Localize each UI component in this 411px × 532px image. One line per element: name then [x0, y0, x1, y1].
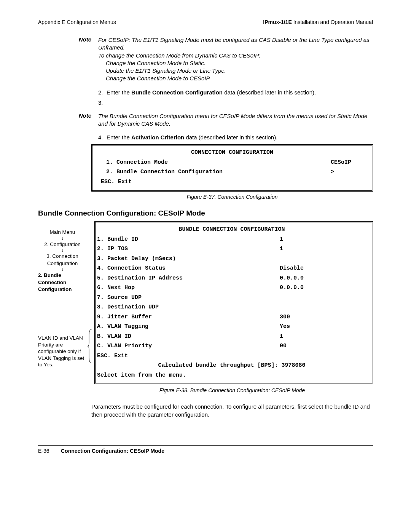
terminal-row: 1. Connection Mode CESoIP — [99, 158, 365, 168]
terminal-row-label: B. VLAN ID — [96, 332, 280, 342]
terminal-title: CONNECTION CONFIGURATION — [99, 148, 365, 158]
nav-main-menu: Main Menu — [38, 229, 87, 236]
nav-bundle-a: 2. Bundle — [38, 272, 87, 279]
note-body: The Bundle Connection Configuration menu… — [98, 112, 373, 128]
body-paragraph: Parameters must be configured for each c… — [91, 403, 373, 419]
page-footer: E-36 Connection Configuration: CESoIP Mo… — [38, 445, 373, 454]
terminal-esc: ESC. Exit — [96, 351, 367, 361]
terminal-select-prompt: Select item from the menu. — [96, 371, 367, 380]
vlan-side-note: VLAN ID and VLAN Priority are configurab… — [38, 335, 87, 368]
nav-connection-b: Configuration — [38, 260, 87, 267]
terminal-row: 6. Next Hop0.0.0.0 — [96, 283, 367, 293]
terminal-row-label: 1. Connection Mode — [99, 158, 331, 168]
footer-section-title: Connection Configuration: CESoIP Mode — [61, 448, 164, 454]
terminal-row-value: 00 — [280, 341, 367, 351]
terminal-connection-config: CONNECTION CONFIGURATION 1. Connection M… — [91, 144, 373, 192]
note-block-2: Note The Bundle Connection Configuration… — [70, 109, 373, 131]
terminal-row: 7. Source UDP — [96, 293, 367, 303]
terminal-row-value — [280, 254, 367, 264]
terminal-row-label: 8. Destination UDP — [96, 302, 280, 312]
nav-breadcrumb-column: Main Menu ↓ 2. Configuration ↓ 3. Connec… — [38, 221, 89, 368]
nav-configuration: 2. Configuration — [38, 241, 87, 248]
down-arrow-icon: ↓ — [38, 236, 87, 241]
header-product: IPmux-1/1E — [263, 19, 292, 25]
terminal-row: C. VLAN Priority00 — [96, 341, 367, 351]
terminal-row-value — [280, 302, 367, 312]
step-text: Enter the Activation Criterion data (des… — [107, 133, 373, 141]
note1-line2: To change the Connection Mode from Dynam… — [98, 52, 260, 59]
terminal-row-value: 1 — [280, 332, 367, 342]
step-4: 4. Enter the Activation Criterion data (… — [98, 133, 373, 141]
step4-bold: Activation Criterion — [131, 134, 184, 141]
terminal-row-value: > — [322, 167, 365, 177]
terminal-row-label: 4. Connection Status — [96, 264, 280, 273]
terminal-row: 3. Packet Delay (mSecs) — [96, 254, 367, 264]
terminal-row-value: Yes — [280, 322, 367, 332]
terminal-row-label: C. VLAN Priority — [96, 341, 280, 351]
terminal-row-label: A. VLAN Tagging — [96, 322, 280, 332]
step4-pre: Enter the — [107, 134, 131, 141]
step-number: 4. — [98, 133, 107, 141]
terminal-row-label: 1. Bundle ID — [96, 235, 280, 244]
terminal-row: 8. Destination UDP — [96, 302, 367, 312]
header-suffix: Installation and Operation Manual — [292, 19, 373, 25]
step-2: 2. Enter the Bundle Connection Configura… — [98, 88, 373, 96]
step2-pre: Enter the — [107, 89, 131, 96]
terminal-row-label: 9. Jitter Buffer — [96, 312, 280, 322]
terminal-row-label: 2. Bundle Connection Configuration — [99, 167, 322, 177]
terminal-esc: ESC. Exit — [99, 177, 365, 187]
terminal-row: 4. Connection StatusDisable — [96, 264, 367, 273]
terminal-row: B. VLAN ID1 — [96, 332, 367, 342]
step-list: 2. Enter the Bundle Connection Configura… — [98, 88, 373, 107]
nav-connection-a: 3. Connection — [38, 253, 87, 260]
down-arrow-icon: ↓ — [38, 248, 87, 253]
note1-indent2: Update the E1/T1 Signaling Mode or Line … — [98, 67, 373, 75]
terminal-row: 9. Jitter Buffer300 — [96, 312, 367, 322]
bundle-config-layout: Main Menu ↓ 2. Configuration ↓ 3. Connec… — [38, 221, 373, 384]
terminal-row-value: Disable — [280, 264, 367, 273]
figure-caption-38: Figure E-38. Bundle Connection Configura… — [91, 387, 373, 393]
terminal-throughput: Calculated bundle throughput [BPS]: 3978… — [96, 361, 367, 371]
page-header: Appendix E Configuration Menus IPmux-1/1… — [38, 19, 373, 26]
figure-caption-37: Figure E-37. Connection Configuration — [91, 194, 373, 200]
step-number: 2. — [98, 88, 107, 96]
step2-post: data (described later in this section). — [223, 89, 316, 96]
terminal-row-label: 5. Destination IP Address — [96, 273, 280, 283]
terminal-row-label: 3. Packet Delay (mSecs) — [96, 254, 280, 264]
header-left: Appendix E Configuration Menus — [38, 19, 116, 25]
nav-bundle-b: Connection — [38, 279, 87, 286]
note-label: Note — [70, 36, 98, 43]
terminal-row-value: 300 — [280, 312, 367, 322]
terminal-row-value: 1 — [280, 244, 367, 254]
note-body: For CESoIP: The E1/T1 Signaling Mode mus… — [98, 36, 373, 83]
step2-bold: Bundle Connection Configuration — [131, 89, 223, 96]
note1-indent1: Change the Connection Mode to Static. — [98, 59, 373, 67]
terminal-row: A. VLAN TaggingYes — [96, 322, 367, 332]
terminal-row-value — [280, 293, 367, 303]
note-label: Note — [70, 112, 98, 119]
step-text: Enter the Bundle Connection Configuratio… — [107, 88, 373, 96]
terminal-row-label: 7. Source UDP — [96, 293, 280, 303]
note1-indent3: Change the Connection Mode to CESoIP — [98, 75, 373, 82]
terminal-row: 2. IP TOS1 — [96, 244, 367, 254]
nav-bundle-c: Configuration — [38, 286, 87, 293]
terminal-row-value: 0.0.0.0 — [280, 283, 367, 293]
terminal-row-value: 0.0.0.0 — [280, 273, 367, 283]
terminal-row: 1. Bundle ID1 — [96, 235, 367, 244]
terminal-row-value: CESoIP — [331, 158, 365, 168]
step-text-empty — [107, 99, 373, 107]
step-list-cont: 4. Enter the Activation Criterion data (… — [98, 133, 373, 141]
down-arrow-icon: ↓ — [38, 267, 87, 272]
curly-brace-icon — [88, 329, 93, 363]
terminal-row-value: 1 — [280, 235, 367, 244]
terminal-title: BUNDLE CONNECTION CONFIGURATION — [96, 225, 367, 235]
footer-page-number: E-36 — [38, 448, 61, 454]
section-heading: Bundle Connection Configuration: CESoIP … — [38, 209, 373, 217]
step-3: 3. — [98, 99, 373, 107]
step4-post: data (described later in this section). — [184, 134, 277, 141]
header-right: IPmux-1/1E Installation and Operation Ma… — [263, 19, 373, 25]
terminal-row-label: 6. Next Hop — [96, 283, 280, 293]
terminal-row: 5. Destination IP Address0.0.0.0 — [96, 273, 367, 283]
terminal-row: 2. Bundle Connection Configuration > — [99, 167, 365, 177]
note-block-1: Note For CESoIP: The E1/T1 Signaling Mod… — [70, 33, 373, 85]
